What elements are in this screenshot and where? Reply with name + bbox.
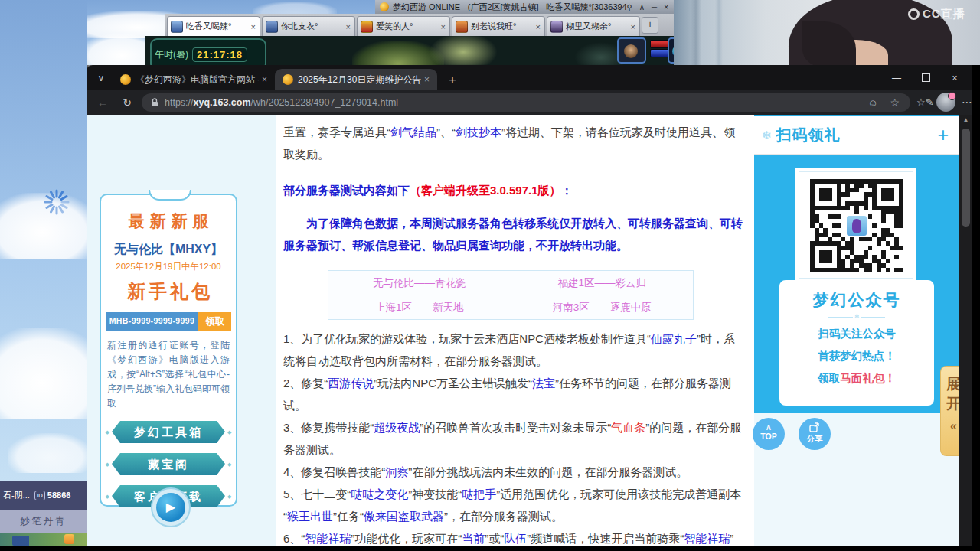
- scroll-up-icon[interactable]: ▲: [959, 115, 972, 126]
- browser-menu-icon[interactable]: ⋯: [962, 96, 972, 108]
- maximize-icon: [922, 73, 930, 82]
- game-client-tabbar: 吃香又喝辣°×你北支衣°×爱笑的人°×别老说我旺°×糊里又糊余°×+: [165, 14, 674, 36]
- character-avatar-icon: [361, 21, 373, 33]
- game-window-titlebar[interactable]: 梦幻西游 ONLINE - (广西2区[黄姚古镇] - 吃香又喝辣°[30363…: [375, 0, 674, 14]
- game-tab-label: 别老说我旺°: [471, 21, 532, 32]
- profile-avatar[interactable]: [936, 93, 956, 112]
- stream-subtitle-bar: 妙笔丹青: [0, 510, 87, 533]
- maximize-button[interactable]: [911, 68, 940, 87]
- keyword-link[interactable]: 队伍: [504, 532, 527, 545]
- game-client-tab[interactable]: 糊里又糊余°×: [547, 16, 640, 36]
- back-to-top-button[interactable]: ∧ TOP: [753, 418, 785, 450]
- qr-code-card: [799, 171, 913, 279]
- game-window-title: 梦幻西游 ONLINE - (广西2区[黄姚古镇] - 吃香又喝辣°[30363…: [393, 2, 626, 13]
- keyword-link[interactable]: 哒把手: [462, 487, 496, 500]
- game-tab-label: 你北支衣°: [281, 21, 342, 32]
- close-button[interactable]: ×: [940, 68, 969, 87]
- reload-button[interactable]: ↻: [120, 96, 134, 109]
- close-icon[interactable]: ×: [346, 22, 351, 31]
- keyword-link[interactable]: 当前: [462, 532, 485, 545]
- keyword-link[interactable]: 剑技抄本: [456, 126, 501, 139]
- text-segment: 5、七十二变“: [283, 487, 351, 500]
- tab-search-chevron-icon[interactable]: ∨: [93, 70, 109, 86]
- close-icon[interactable]: ×: [631, 22, 635, 31]
- page-scrollbar[interactable]: ▲: [959, 115, 972, 546]
- minimize-icon[interactable]: ─: [652, 3, 657, 11]
- keyword-link[interactable]: 法宝: [532, 377, 555, 390]
- gift-code-row: MHB-9999-9999-9999 领取: [101, 312, 236, 331]
- keyword-link[interactable]: 傲来国盗取武器: [364, 510, 444, 523]
- next-slide-button[interactable]: ▶: [151, 487, 191, 527]
- new-tab-button[interactable]: +: [443, 73, 462, 88]
- collapse-icon[interactable]: ∧: [639, 3, 645, 11]
- browser-tab[interactable]: 2025年12月30日定期维护公告_《×: [275, 69, 437, 90]
- keyword-link[interactable]: 猴王出世: [287, 510, 333, 523]
- keyword-link[interactable]: 超级夜战: [374, 421, 420, 434]
- close-tab-icon[interactable]: ×: [421, 74, 433, 85]
- close-icon[interactable]: ×: [664, 3, 668, 11]
- keyword-link[interactable]: 洞察: [385, 465, 408, 478]
- close-icon[interactable]: ×: [441, 22, 446, 31]
- url-scheme: https://: [165, 97, 194, 108]
- pin-icon[interactable]: ⚲: [626, 3, 632, 11]
- game-client-tab[interactable]: 吃香又喝辣°×: [167, 16, 260, 36]
- share-label: 分享: [799, 435, 831, 443]
- keyword-link[interactable]: 仙露丸子: [651, 332, 697, 345]
- new-game-tab-button[interactable]: +: [642, 17, 658, 34]
- page-mood-icon[interactable]: ☺: [867, 97, 877, 109]
- article-paragraph: 4、修复召唤兽技能“洞察”在部分挑战玩法内未生效的问题，在部分服务器测试。: [283, 461, 743, 483]
- world-map-frame[interactable]: [668, 37, 674, 64]
- article-paragraph: 重置，赛季专属道具“剑气结晶”、“剑技抄本”将过期、下架，请各位玩家及时使用道具…: [283, 121, 743, 165]
- text-segment: ”神变技能“: [408, 487, 462, 500]
- address-bar[interactable]: https://xyq.163.com/wh/20251228/4907_127…: [142, 93, 910, 112]
- close-icon[interactable]: ×: [251, 22, 256, 31]
- article-paragraph: 2、修复“西游传说”玩法内NPC万圣公主错误触发“法宝”任务环节的问题，在部分服…: [283, 372, 743, 416]
- game-client-tab[interactable]: 别老说我旺°×: [452, 16, 545, 36]
- divider: ❄: [828, 317, 885, 318]
- character-avatar-frame[interactable]: [617, 37, 646, 64]
- diamond-icon: ◆: [106, 429, 109, 435]
- snowflake-icon: ❄: [762, 129, 772, 142]
- close-tab-icon[interactable]: ×: [259, 74, 270, 85]
- official-account-lines: 扫码关注公众号首获梦幻热点！领取马面礼包！: [779, 323, 934, 390]
- share-button[interactable]: 分享: [799, 418, 831, 450]
- text-segment: 气血条: [611, 421, 645, 434]
- keyword-link[interactable]: 剑气结晶: [390, 126, 436, 139]
- text-segment: ”或“: [485, 532, 504, 545]
- article-paragraph: 3、修复携带技能“超级夜战”的召唤兽首次攻击时受击对象未显示“气血条”的问题，在…: [283, 416, 743, 461]
- curtain: [715, 0, 723, 65]
- promo-button[interactable]: 藏宝阁: [112, 453, 225, 475]
- claim-button[interactable]: 领取: [198, 312, 231, 331]
- gift-title: 新手礼包: [101, 279, 236, 304]
- scrollbar-thumb[interactable]: [962, 129, 970, 227]
- expand-plus-icon[interactable]: +: [937, 124, 949, 146]
- text-segment: ：: [561, 184, 573, 197]
- close-icon[interactable]: ×: [536, 22, 541, 31]
- favorites-list-icon[interactable]: ☆✎: [916, 96, 934, 108]
- diamond-icon: ◆: [106, 494, 109, 500]
- browser-tab[interactable]: 《梦幻西游》电脑版官方网站 - 网×: [113, 69, 275, 90]
- keyword-link[interactable]: 西游传说: [328, 377, 374, 390]
- minimize-button[interactable]: —: [882, 68, 911, 87]
- bookmark-star-icon[interactable]: ☆: [890, 96, 900, 109]
- character-avatar-icon: [456, 21, 468, 33]
- game-client-tab[interactable]: 你北支衣°×: [262, 16, 355, 36]
- site-favicon: [283, 74, 293, 85]
- text-segment: 为了保障角色数据，本周测试服务器角色转移系统仅开放转入、可转服务器查询、可转服务…: [283, 217, 743, 252]
- text-segment: ”频道喊话，快速开启当前骑乘“: [527, 532, 684, 545]
- url-path: /wh/20251228/4907_1279014.html: [251, 97, 399, 108]
- loading-spinner-icon[interactable]: [43, 188, 70, 216]
- promo-button[interactable]: 梦幻工具箱: [112, 421, 225, 443]
- keyword-link[interactable]: 智能祥瑞: [305, 532, 351, 545]
- game-viewport[interactable]: 午时(暑) 21:17:18: [145, 36, 674, 65]
- game-client-tab[interactable]: 爱笑的人°×: [357, 16, 450, 36]
- keyword-link[interactable]: 哒哒之变化: [351, 487, 408, 500]
- diamond-icon: ◆: [227, 429, 231, 435]
- back-button[interactable]: ←: [96, 96, 109, 109]
- server-table-cell: 福建1区——彩云归: [511, 271, 694, 295]
- keyword-link[interactable]: 智能祥瑞: [684, 532, 730, 545]
- text-segment: ”、“: [436, 126, 456, 139]
- character-face-icon: [624, 44, 638, 58]
- diamond-icon: ◆: [227, 461, 231, 468]
- gift-instructions: 新注册的通行证账号，登陆《梦幻西游》电脑版进入游戏，按“Alt+S”选择“礼包中…: [107, 338, 230, 411]
